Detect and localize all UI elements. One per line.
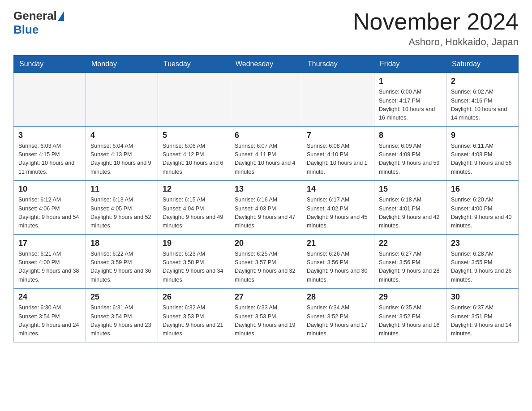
- calendar-cell: 6Sunrise: 6:07 AM Sunset: 4:11 PM Daylig…: [230, 127, 302, 181]
- page-header: General Blue November 2024 Ashoro, Hokka…: [13, 9, 519, 48]
- month-title: November 2024: [353, 9, 519, 34]
- day-info: Sunrise: 6:15 AM Sunset: 4:04 PM Dayligh…: [163, 196, 225, 231]
- logo-blue-text: Blue: [13, 23, 39, 37]
- day-info: Sunrise: 6:16 AM Sunset: 4:03 PM Dayligh…: [235, 196, 297, 231]
- day-number: 26: [163, 292, 225, 302]
- day-number: 27: [235, 292, 297, 302]
- day-number: 1: [379, 77, 442, 86]
- day-number: 9: [451, 131, 514, 140]
- day-info: Sunrise: 6:26 AM Sunset: 3:56 PM Dayligh…: [307, 250, 369, 285]
- day-info: Sunrise: 6:35 AM Sunset: 3:52 PM Dayligh…: [379, 304, 442, 338]
- calendar-cell: 24Sunrise: 6:30 AM Sunset: 3:54 PM Dayli…: [14, 288, 86, 342]
- day-info: Sunrise: 6:28 AM Sunset: 3:55 PM Dayligh…: [451, 250, 514, 285]
- weekday-header-thursday: Thursday: [302, 56, 374, 73]
- day-number: 11: [90, 184, 153, 194]
- calendar-table: SundayMondayTuesdayWednesdayThursdayFrid…: [13, 55, 519, 342]
- day-number: 25: [90, 292, 153, 302]
- day-number: 10: [18, 184, 81, 194]
- calendar-cell: 5Sunrise: 6:06 AM Sunset: 4:12 PM Daylig…: [158, 127, 230, 181]
- calendar-cell: 22Sunrise: 6:27 AM Sunset: 3:56 PM Dayli…: [374, 235, 446, 289]
- day-info: Sunrise: 6:23 AM Sunset: 3:58 PM Dayligh…: [163, 250, 225, 285]
- day-info: Sunrise: 6:31 AM Sunset: 3:54 PM Dayligh…: [90, 304, 153, 338]
- day-number: 17: [18, 239, 81, 248]
- day-number: 4: [90, 131, 153, 140]
- calendar-cell: 28Sunrise: 6:34 AM Sunset: 3:52 PM Dayli…: [302, 288, 374, 342]
- calendar-cell: 9Sunrise: 6:11 AM Sunset: 4:08 PM Daylig…: [446, 127, 519, 181]
- day-info: Sunrise: 6:04 AM Sunset: 4:13 PM Dayligh…: [90, 142, 153, 177]
- calendar-cell: 30Sunrise: 6:37 AM Sunset: 3:51 PM Dayli…: [446, 288, 519, 342]
- day-number: 24: [18, 292, 81, 302]
- calendar-cell: 21Sunrise: 6:26 AM Sunset: 3:56 PM Dayli…: [302, 235, 374, 289]
- day-number: 18: [90, 239, 153, 248]
- day-info: Sunrise: 6:17 AM Sunset: 4:02 PM Dayligh…: [307, 196, 369, 231]
- day-info: Sunrise: 6:00 AM Sunset: 4:17 PM Dayligh…: [379, 88, 442, 123]
- weekday-header-sunday: Sunday: [14, 56, 86, 73]
- day-info: Sunrise: 6:21 AM Sunset: 4:00 PM Dayligh…: [18, 250, 81, 285]
- calendar-week-row: 3Sunrise: 6:03 AM Sunset: 4:15 PM Daylig…: [14, 127, 519, 181]
- day-info: Sunrise: 6:13 AM Sunset: 4:05 PM Dayligh…: [90, 196, 153, 231]
- day-number: 12: [163, 184, 225, 194]
- day-number: 30: [451, 292, 514, 302]
- day-info: Sunrise: 6:08 AM Sunset: 4:10 PM Dayligh…: [307, 142, 369, 177]
- calendar-cell: [86, 73, 158, 127]
- calendar-week-row: 10Sunrise: 6:12 AM Sunset: 4:06 PM Dayli…: [14, 180, 519, 235]
- calendar-cell: [158, 73, 230, 127]
- day-info: Sunrise: 6:32 AM Sunset: 3:53 PM Dayligh…: [163, 304, 225, 338]
- calendar-cell: 19Sunrise: 6:23 AM Sunset: 3:58 PM Dayli…: [158, 235, 230, 289]
- day-info: Sunrise: 6:20 AM Sunset: 4:00 PM Dayligh…: [451, 196, 514, 231]
- calendar-cell: 25Sunrise: 6:31 AM Sunset: 3:54 PM Dayli…: [86, 288, 158, 342]
- calendar-cell: 13Sunrise: 6:16 AM Sunset: 4:03 PM Dayli…: [230, 180, 302, 235]
- day-number: 5: [163, 131, 225, 140]
- day-info: Sunrise: 6:18 AM Sunset: 4:01 PM Dayligh…: [379, 196, 442, 231]
- day-info: Sunrise: 6:22 AM Sunset: 3:59 PM Dayligh…: [90, 250, 153, 285]
- calendar-header-row: SundayMondayTuesdayWednesdayThursdayFrid…: [14, 56, 519, 73]
- day-number: 15: [379, 184, 442, 194]
- day-info: Sunrise: 6:25 AM Sunset: 3:57 PM Dayligh…: [235, 250, 297, 285]
- day-info: Sunrise: 6:12 AM Sunset: 4:06 PM Dayligh…: [18, 196, 81, 231]
- day-number: 21: [307, 239, 369, 248]
- day-number: 13: [235, 184, 297, 194]
- logo-triangle-icon: [58, 11, 64, 21]
- calendar-cell: [302, 73, 374, 127]
- weekday-header-friday: Friday: [374, 56, 446, 73]
- calendar-cell: 18Sunrise: 6:22 AM Sunset: 3:59 PM Dayli…: [86, 235, 158, 289]
- day-info: Sunrise: 6:30 AM Sunset: 3:54 PM Dayligh…: [18, 304, 81, 338]
- day-info: Sunrise: 6:02 AM Sunset: 4:16 PM Dayligh…: [451, 88, 514, 123]
- day-info: Sunrise: 6:09 AM Sunset: 4:09 PM Dayligh…: [379, 142, 442, 177]
- day-number: 23: [451, 239, 514, 248]
- weekday-header-monday: Monday: [86, 56, 158, 73]
- calendar-cell: 10Sunrise: 6:12 AM Sunset: 4:06 PM Dayli…: [14, 180, 86, 235]
- day-number: 3: [18, 131, 81, 140]
- day-number: 28: [307, 292, 369, 302]
- calendar-cell: 11Sunrise: 6:13 AM Sunset: 4:05 PM Dayli…: [86, 180, 158, 235]
- day-info: Sunrise: 6:07 AM Sunset: 4:11 PM Dayligh…: [235, 142, 297, 177]
- title-block: November 2024 Ashoro, Hokkaido, Japan: [353, 9, 519, 48]
- day-info: Sunrise: 6:27 AM Sunset: 3:56 PM Dayligh…: [379, 250, 442, 285]
- calendar-week-row: 24Sunrise: 6:30 AM Sunset: 3:54 PM Dayli…: [14, 288, 519, 342]
- calendar-cell: 20Sunrise: 6:25 AM Sunset: 3:57 PM Dayli…: [230, 235, 302, 289]
- logo-general-text: General: [13, 9, 57, 23]
- calendar-cell: 4Sunrise: 6:04 AM Sunset: 4:13 PM Daylig…: [86, 127, 158, 181]
- calendar-cell: 16Sunrise: 6:20 AM Sunset: 4:00 PM Dayli…: [446, 180, 519, 235]
- day-number: 8: [379, 131, 442, 140]
- calendar-cell: 8Sunrise: 6:09 AM Sunset: 4:09 PM Daylig…: [374, 127, 446, 181]
- day-number: 2: [451, 77, 514, 86]
- location-title: Ashoro, Hokkaido, Japan: [353, 36, 519, 48]
- day-info: Sunrise: 6:34 AM Sunset: 3:52 PM Dayligh…: [307, 304, 369, 338]
- calendar-cell: 7Sunrise: 6:08 AM Sunset: 4:10 PM Daylig…: [302, 127, 374, 181]
- day-number: 14: [307, 184, 369, 194]
- day-info: Sunrise: 6:11 AM Sunset: 4:08 PM Dayligh…: [451, 142, 514, 177]
- weekday-header-wednesday: Wednesday: [230, 56, 302, 73]
- calendar-cell: [230, 73, 302, 127]
- day-info: Sunrise: 6:33 AM Sunset: 3:53 PM Dayligh…: [235, 304, 297, 338]
- calendar-week-row: 1Sunrise: 6:00 AM Sunset: 4:17 PM Daylig…: [14, 73, 519, 127]
- day-number: 29: [379, 292, 442, 302]
- calendar-cell: 3Sunrise: 6:03 AM Sunset: 4:15 PM Daylig…: [14, 127, 86, 181]
- day-info: Sunrise: 6:06 AM Sunset: 4:12 PM Dayligh…: [163, 142, 225, 177]
- calendar-cell: 26Sunrise: 6:32 AM Sunset: 3:53 PM Dayli…: [158, 288, 230, 342]
- day-info: Sunrise: 6:37 AM Sunset: 3:51 PM Dayligh…: [451, 304, 514, 338]
- day-number: 22: [379, 239, 442, 248]
- day-number: 19: [163, 239, 225, 248]
- calendar-cell: 23Sunrise: 6:28 AM Sunset: 3:55 PM Dayli…: [446, 235, 519, 289]
- calendar-cell: 1Sunrise: 6:00 AM Sunset: 4:17 PM Daylig…: [374, 73, 446, 127]
